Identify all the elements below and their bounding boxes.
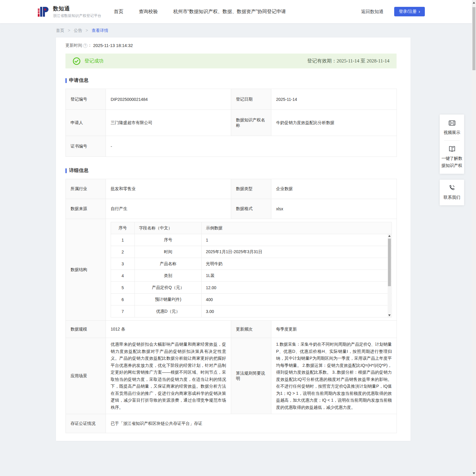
cell-field-name: 预计销量P(件) [135, 294, 202, 306]
cell-field-name: 时间 [135, 246, 202, 258]
status-banner: 登记成功 登记有效期：2025-11-14 至 2028-11-14 [65, 54, 397, 68]
check-circle-icon [73, 57, 81, 65]
reg-no-label: 登记编号 [66, 89, 106, 110]
cell-sample: 2025年1月1日-2025年3月31日 [202, 246, 392, 258]
table-row: 3 产品名称 光明牛奶 [111, 258, 392, 270]
cell-field-name: 产品名称 [135, 258, 202, 270]
cell-sample: 3.00 [202, 306, 392, 317]
data-source-label: 数据来源 [66, 199, 106, 219]
book-icon [448, 145, 456, 153]
breadcrumb-home[interactable]: 首页 [56, 28, 64, 33]
industry-label: 所属行业 [66, 179, 106, 199]
data-structure-table-wrap: 序号 字段名称（中文） 示例数据 1 序号 1 2 时间 2025年1月 [111, 222, 392, 317]
login-register-button[interactable]: 登录/注册 › [394, 7, 425, 16]
floating-side-panel: 视频展示 一键了解数据知识产权 联系我们 [440, 115, 464, 211]
table-row: 数据规模 1012 条 更新频次 每季度更新 [66, 321, 397, 338]
data-type-label: 数据类型 [231, 179, 271, 199]
detail-info-table: 所属行业 批发和零售业 数据类型 企业数据 数据来源 自行产生 数据格式 xls… [65, 179, 397, 433]
question-circle-icon[interactable]: ? [83, 43, 87, 48]
cell-sample: 1L装 [202, 270, 392, 282]
validity-value: 2025-11-14 至 2028-11-14 [336, 58, 389, 64]
reg-date-label: 登记日期 [231, 89, 271, 110]
table-row: 存证公证情况 已于「浙江省知识产权区块链公共存证平台」存证 [66, 414, 397, 433]
update-frequency-label: 更新频次 [231, 321, 271, 338]
notary-status-value: 已于「浙江省知识产权区块链公共存证平台」存证 [106, 414, 397, 433]
section-bar [65, 168, 67, 173]
contact-us-button[interactable]: 联系我们 [441, 184, 463, 201]
one-click-guide-button[interactable]: 一键了解数据知识产权 [441, 145, 463, 169]
logo-text: 数知通 浙江省数据知识产权登记平台 [53, 5, 101, 18]
data-format-label: 数据格式 [231, 199, 271, 219]
ip-name-value: 牛奶促销力度效益配比分析数据 [271, 110, 397, 136]
application-scenario-label: 应用场景 [66, 338, 106, 414]
one-click-guide-label: 一键了解数据知识产权 [441, 155, 463, 169]
application-scenario-value: 优惠带来的促销折扣会大幅影响产品销量和商家经营效益，促销力度效益配比数据对于产品… [106, 338, 231, 414]
table-row: 申请人 三门隆盛超市有限公司 数据知识产权名称 牛奶促销力度效益配比分析数据 [66, 110, 397, 136]
float-card-bottom: 联系我们 [440, 180, 464, 206]
update-time-label: 更新时间 [65, 43, 82, 48]
video-demo-label: 视频展示 [441, 129, 463, 136]
scroll-up-arrow-icon[interactable] [473, 2, 475, 4]
data-type-value: 企业数据 [271, 179, 397, 199]
contact-us-label: 联系我们 [441, 194, 463, 201]
notary-status-label: 存证公证情况 [66, 414, 106, 433]
inner-table-scrollbar[interactable] [388, 234, 391, 317]
scrollbar-thumb[interactable] [388, 239, 391, 286]
scrollbar-thumb[interactable] [472, 7, 475, 70]
validity-period: 登记有效期：2025-11-14 至 2028-11-14 [307, 58, 389, 64]
data-structure-cell: 序号 字段名称（中文） 示例数据 1 序号 1 2 时间 2025年1月 [106, 219, 397, 321]
applicant-label: 申请人 [66, 110, 106, 136]
cell-sample: 1 [202, 234, 392, 246]
cell-index: 4 [111, 270, 135, 282]
table-row: 登记编号 DIP2025000021484 登记日期 2025-11-14 [66, 89, 397, 110]
table-row: 5 产品定价Q（元） 12.00 [111, 282, 392, 294]
logo-title: 数知通 [53, 5, 101, 12]
table-row: 证书编号 - [66, 136, 397, 157]
video-demo-button[interactable]: 视频展示 [441, 119, 463, 136]
logo[interactable]: 数知通 浙江省数据知识产权登记平台 [37, 5, 101, 18]
data-source-value: 自行产生 [106, 199, 231, 219]
video-icon [448, 119, 456, 127]
breadcrumb: 首页 > 公告 > 查看详情 [56, 28, 476, 33]
status-text: 登记成功 [84, 58, 104, 64]
main-nav: 首页 查询校验 杭州市“数据知识产权、数据、数据资产”协同登记申请 [114, 9, 286, 15]
cell-index: 5 [111, 282, 135, 294]
cell-index: 6 [111, 294, 135, 306]
float-card-top: 视频展示 一键了解数据知识产权 [440, 115, 464, 174]
reg-no-value: DIP2025000021484 [106, 89, 231, 110]
cell-index: 3 [111, 258, 135, 270]
back-to-shuzhitong-link[interactable]: 返回数知通 [361, 9, 383, 15]
cell-sample: 12.00 [202, 282, 392, 294]
breadcrumb-announcements[interactable]: 公告 [74, 28, 82, 33]
cell-index: 7 [111, 306, 135, 317]
cell-field-name: 产品定价Q（元） [135, 282, 202, 294]
breadcrumb-current: 查看详情 [92, 28, 108, 33]
cert-no-label: 证书编号 [66, 136, 106, 157]
breadcrumb-separator: > [68, 28, 70, 33]
scroll-down-arrow-icon[interactable] [473, 472, 475, 474]
table-row: 6 预计销量P(件) 400 [111, 294, 392, 306]
applicant-value: 三门隆盛超市有限公司 [106, 110, 231, 136]
cell-index: 2 [111, 246, 135, 258]
section-application-info: 申请信息 [65, 77, 401, 84]
scroll-down-arrow-icon[interactable] [388, 314, 391, 316]
data-scale-value: 1012 条 [106, 321, 231, 338]
table-header-row: 序号 字段名称（中文） 示例数据 [111, 222, 392, 234]
table-row: 4 类别 1L装 [111, 270, 392, 282]
cert-no-value: - [106, 136, 397, 157]
section-title-text: 申请信息 [69, 77, 89, 84]
nav-hangzhou-joint-registration[interactable]: 杭州市“数据知识产权、数据、数据资产”协同登记申请 [173, 9, 286, 15]
nav-home[interactable]: 首页 [114, 9, 123, 15]
col-header-field-name: 字段名称（中文） [135, 222, 202, 234]
registration-detail-card: 更新时间 ? ： 2025-11-13 18:14:32 登记成功 登记有效期：… [56, 37, 411, 441]
reg-date-value: 2025-11-14 [271, 89, 397, 110]
table-row: 2 时间 2025年1月1日-2025年3月31日 [111, 246, 392, 258]
page-scrollbar[interactable] [472, 0, 476, 476]
nav-query-verify[interactable]: 查询校验 [139, 9, 158, 15]
algorithm-rules-label: 算法规则简要说明 [231, 338, 271, 414]
ip-name-label: 数据知识产权名称 [231, 110, 271, 136]
scroll-up-arrow-icon[interactable] [388, 235, 391, 237]
chevron-right-icon: › [419, 9, 420, 14]
logo-subtitle: 浙江省数据知识产权登记平台 [53, 13, 101, 18]
update-time-value: 2025-11-13 18:14:32 [93, 43, 133, 48]
